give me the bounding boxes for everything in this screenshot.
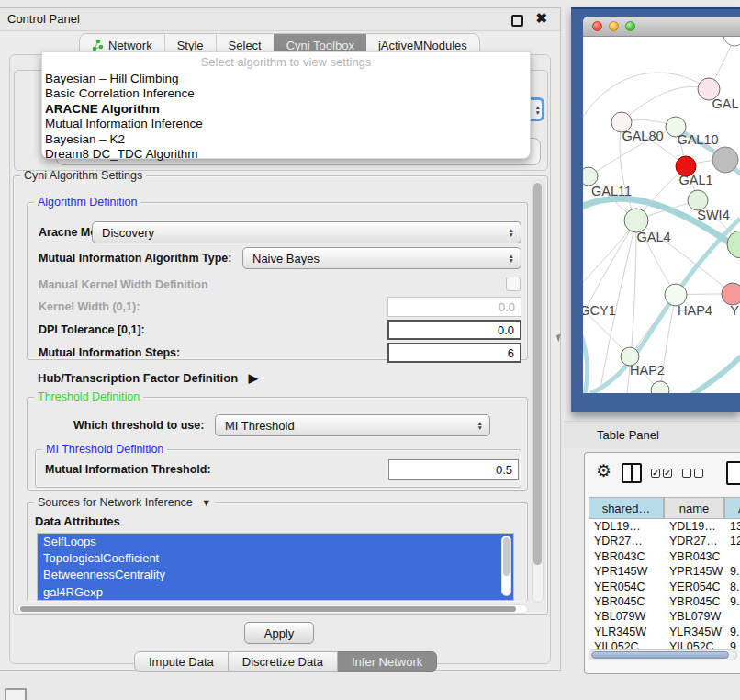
network-node-unlabeled[interactable]	[651, 381, 669, 393]
mi-threshold-definition-group: MI Threshold Definition Mutual Informati…	[35, 449, 521, 488]
table-cell: YIL052C	[669, 640, 714, 649]
settings-vertical-scrollbar[interactable]	[532, 180, 544, 603]
which-threshold-label: Which threshold to use:	[73, 419, 204, 432]
scrollbar-thumb[interactable]	[503, 537, 510, 576]
tab-label: Style	[177, 39, 204, 52]
hub-definition-toggle[interactable]: Hub/Transcription Factor Definition ▶	[38, 371, 258, 385]
table-cell: YPR145W	[669, 565, 723, 578]
network-graph[interactable]: GALGAL80GAL10GAL1GAL11SWI4GAL4GCY1HAP4YH…	[583, 37, 740, 393]
table-row[interactable]: YDR27…YDR27…12	[589, 534, 740, 548]
zoom-traffic-light[interactable]	[625, 21, 635, 31]
mi-steps-label: Mutual Information Steps:	[39, 346, 180, 359]
mi-threshold-input[interactable]	[388, 459, 519, 480]
network-node-unlabeled[interactable]	[712, 147, 738, 173]
close-icon[interactable]: ✖	[535, 10, 547, 27]
network-canvas[interactable]: GALGAL80GAL10GAL1GAL11SWI4GAL4GCY1HAP4YH…	[583, 37, 740, 393]
split-columns-icon[interactable]	[622, 463, 642, 483]
network-node-label: GAL80	[622, 129, 663, 143]
gear-icon[interactable]: ⚙	[596, 460, 611, 481]
table-row[interactable]: YIL052CYIL052C9	[589, 639, 740, 649]
table-cell: YBR043C	[594, 550, 645, 563]
deselect-all-checks-icon[interactable]	[682, 469, 703, 478]
table-row[interactable]: YBR043CYBR043C	[589, 549, 740, 564]
table-panel: ⚙ ✓✓ shared…nameA YDL19…YDL19…13YDR27…YD…	[584, 452, 740, 674]
tab-label: jActiveMNodules	[378, 39, 467, 52]
dpi-tolerance-input[interactable]	[387, 320, 521, 340]
combo-arrows-icon: ▲▼	[509, 222, 514, 243]
mi-type-label: Mutual Information Algorithm Type:	[39, 252, 231, 265]
bottom-tab-discretize-data[interactable]: Discretize Data	[229, 651, 338, 672]
table-cell: YBR045C	[594, 595, 645, 608]
aracne-mode-combo[interactable]: Discovery ▲▼	[92, 221, 521, 243]
algorithm-option-mutual-information-inference[interactable]: Mutual Information Inference	[45, 117, 527, 131]
column-header-a[interactable]: A	[724, 497, 740, 519]
network-window-titlebar	[583, 17, 740, 37]
network-node-label: GAL	[712, 96, 738, 111]
network-node-y[interactable]	[722, 283, 740, 305]
algorithm-option-dream8-dc-tdc-algorithm[interactable]: Dream8 DC_TDC Algorithm	[45, 147, 527, 162]
table-panel-header: Table Panel	[564, 421, 740, 448]
attribute-list-scrollbar[interactable]	[501, 536, 511, 596]
minimize-traffic-light[interactable]	[609, 21, 619, 31]
column-header-name[interactable]: name	[664, 497, 724, 519]
bottom-tab-bar: Impute DataDiscretize DataInfer Network	[134, 651, 437, 672]
algorithm-option-bayesian-hill-climbing[interactable]: Bayesian – Hill Climbing	[45, 72, 527, 86]
settings-group-title: Cyni Algorithm Settings	[20, 169, 146, 182]
table-cell: YLR345W	[594, 626, 646, 638]
mi-threshold-label: Mutual Information Threshold:	[45, 463, 211, 476]
kernel-width-input[interactable]	[387, 297, 521, 317]
table-row[interactable]: YBR045CYBR045C9.	[589, 594, 740, 609]
column-header-shared[interactable]: shared…	[589, 497, 664, 519]
manual-kernel-checkbox[interactable]	[506, 277, 521, 291]
control-panel-titlebar: Control Panel ✖	[0, 8, 560, 31]
table-horizontal-scrollbar[interactable]	[589, 649, 737, 660]
network-node-label: SWI4	[697, 208, 729, 222]
close-traffic-light[interactable]	[592, 21, 602, 31]
network-node-label: Y	[730, 303, 739, 318]
algorithm-option-bayesian-k2[interactable]: Bayesian – K2	[45, 132, 527, 147]
table-row[interactable]: YBL079WYBL079W	[589, 609, 740, 624]
network-node-unlabeled[interactable]	[723, 37, 740, 46]
scrollbar-thumb[interactable]	[591, 651, 729, 659]
table-row[interactable]: YDL19…YDL19…13	[589, 519, 740, 534]
attribute-gal4rgexp[interactable]: gal4RGexp	[38, 584, 513, 601]
table-row[interactable]: YPR145WYPR145W9.	[589, 564, 740, 579]
attribute-topologicalcoefficient[interactable]: TopologicalCoefficient	[38, 550, 513, 567]
attribute-selfloops[interactable]: SelfLoops	[38, 534, 513, 550]
mi-steps-input[interactable]	[387, 343, 521, 363]
bottom-tab-infer-network[interactable]: Infer Network	[338, 651, 437, 672]
scrollbar-thumb[interactable]	[533, 183, 542, 565]
scrollbar-thumb[interactable]	[20, 606, 516, 612]
network-node-label: GAL10	[677, 132, 718, 147]
table-cell: YBR045C	[669, 595, 721, 608]
sources-group: Sources for Network Inference ▼ Data Att…	[27, 502, 528, 602]
select-all-checks-icon[interactable]: ✓✓	[651, 469, 672, 478]
table-cell: 13	[730, 520, 740, 533]
tab-label: Select	[229, 39, 262, 52]
control-panel-window: Control Panel ✖ NetworkStyleSelectCyni T…	[0, 7, 561, 671]
table-row[interactable]: YLR345WYLR345W9.	[589, 625, 740, 639]
new-table-icon[interactable]	[726, 461, 740, 485]
apply-button[interactable]: Apply	[244, 622, 314, 644]
bottom-tab-impute-data[interactable]: Impute Data	[134, 651, 229, 672]
tab-label: Network	[108, 39, 152, 52]
float-window-icon[interactable]	[511, 15, 523, 27]
network-node-unlabeled[interactable]	[727, 231, 740, 258]
mi-type-combo[interactable]: Naive Bayes ▲▼	[242, 247, 521, 269]
network-node-label: GAL1	[678, 173, 712, 187]
network-edge	[691, 356, 740, 393]
network-edge	[583, 320, 588, 393]
network-node-gal11[interactable]	[583, 167, 598, 186]
table-cell: 9.	[730, 565, 739, 578]
table-cell: YER054C	[669, 581, 721, 593]
algorithm-option-basic-correlation-inference[interactable]: Basic Correlation Inference	[45, 86, 527, 101]
table-row[interactable]: YER054CYER054C8.	[589, 580, 740, 594]
sources-group-title[interactable]: Sources for Network Inference ▼	[34, 496, 215, 509]
settings-horizontal-scrollbar[interactable]	[17, 604, 528, 614]
which-threshold-combo[interactable]: MI Threshold ▲▼	[215, 414, 490, 436]
docked-panel-icon[interactable]	[5, 688, 27, 700]
algorithm-option-aracne-algorithm[interactable]: ARACNE Algorithm	[45, 102, 527, 117]
attribute-betweennesscentrality[interactable]: BetweennessCentrality	[38, 567, 513, 583]
data-attributes-list[interactable]: SelfLoopsTopologicalCoefficientBetweenne…	[37, 533, 514, 601]
network-node-label: GCY1	[583, 303, 616, 318]
